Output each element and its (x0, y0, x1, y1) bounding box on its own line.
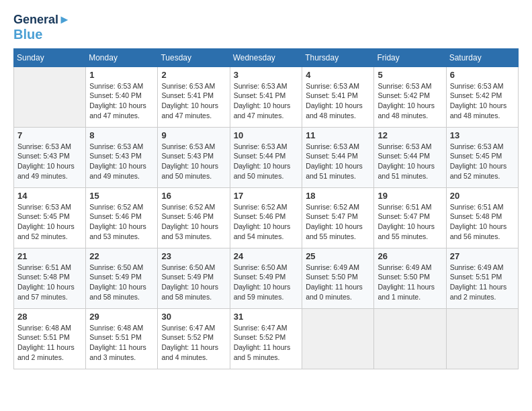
day-number: 3 (234, 70, 298, 80)
day-info: Sunrise: 6:53 AMSunset: 5:43 PMDaylight:… (17, 142, 82, 181)
day-number: 15 (89, 191, 154, 201)
day-info: Sunrise: 6:53 AMSunset: 5:44 PMDaylight:… (378, 142, 442, 181)
calendar-cell: 26Sunrise: 6:49 AMSunset: 5:50 PMDayligh… (374, 248, 446, 308)
day-info: Sunrise: 6:49 AMSunset: 5:50 PMDaylight:… (378, 263, 442, 302)
day-number: 6 (450, 70, 515, 80)
calendar-cell: 27Sunrise: 6:49 AMSunset: 5:51 PMDayligh… (446, 248, 518, 308)
day-info: Sunrise: 6:53 AMSunset: 5:41 PMDaylight:… (161, 81, 226, 121)
day-info: Sunrise: 6:51 AMSunset: 5:48 PMDaylight:… (450, 202, 515, 242)
calendar-cell: 23Sunrise: 6:50 AMSunset: 5:49 PMDayligh… (158, 248, 230, 308)
calendar-cell: 2Sunrise: 6:53 AMSunset: 5:41 PMDaylight… (158, 66, 230, 127)
day-info: Sunrise: 6:47 AMSunset: 5:52 PMDaylight:… (161, 323, 226, 363)
calendar-cell: 3Sunrise: 6:53 AMSunset: 5:41 PMDaylight… (230, 66, 302, 127)
calendar-week-row: 7Sunrise: 6:53 AMSunset: 5:43 PMDaylight… (14, 127, 519, 187)
calendar-cell (302, 308, 374, 369)
day-number: 13 (450, 130, 515, 140)
header-sunday: Sunday (14, 48, 86, 66)
day-number: 2 (161, 70, 226, 80)
day-number: 5 (378, 70, 442, 80)
calendar-cell: 6Sunrise: 6:53 AMSunset: 5:42 PMDaylight… (446, 66, 518, 127)
calendar-week-row: 21Sunrise: 6:51 AMSunset: 5:48 PMDayligh… (14, 248, 519, 308)
header-saturday: Saturday (446, 48, 518, 66)
day-info: Sunrise: 6:47 AMSunset: 5:52 PMDaylight:… (234, 323, 298, 363)
day-info: Sunrise: 6:53 AMSunset: 5:42 PMDaylight:… (450, 81, 515, 121)
day-info: Sunrise: 6:52 AMSunset: 5:46 PMDaylight:… (234, 202, 298, 242)
day-info: Sunrise: 6:52 AMSunset: 5:46 PMDaylight:… (89, 202, 154, 242)
day-info: Sunrise: 6:53 AMSunset: 5:44 PMDaylight:… (234, 142, 298, 181)
calendar-cell: 15Sunrise: 6:52 AMSunset: 5:46 PMDayligh… (86, 187, 158, 248)
day-number: 7 (17, 130, 82, 140)
day-number: 16 (161, 191, 226, 201)
day-number: 17 (234, 191, 298, 201)
day-number: 14 (17, 191, 82, 201)
day-number: 28 (17, 312, 82, 322)
day-info: Sunrise: 6:51 AMSunset: 5:48 PMDaylight:… (17, 263, 82, 302)
calendar-cell: 18Sunrise: 6:52 AMSunset: 5:47 PMDayligh… (302, 187, 374, 248)
calendar-cell: 8Sunrise: 6:53 AMSunset: 5:43 PMDaylight… (86, 127, 158, 187)
day-info: Sunrise: 6:53 AMSunset: 5:42 PMDaylight:… (378, 81, 442, 121)
calendar-cell: 19Sunrise: 6:51 AMSunset: 5:47 PMDayligh… (374, 187, 446, 248)
day-info: Sunrise: 6:53 AMSunset: 5:43 PMDaylight:… (161, 142, 226, 181)
day-number: 10 (234, 130, 298, 140)
calendar-cell: 24Sunrise: 6:50 AMSunset: 5:49 PMDayligh… (230, 248, 302, 308)
calendar-cell: 29Sunrise: 6:48 AMSunset: 5:51 PMDayligh… (86, 308, 158, 369)
calendar-cell: 28Sunrise: 6:48 AMSunset: 5:51 PMDayligh… (14, 308, 86, 369)
calendar-cell: 9Sunrise: 6:53 AMSunset: 5:43 PMDaylight… (158, 127, 230, 187)
day-info: Sunrise: 6:51 AMSunset: 5:47 PMDaylight:… (378, 202, 442, 242)
header-thursday: Thursday (302, 48, 374, 66)
day-number: 24 (234, 251, 298, 261)
calendar-cell: 14Sunrise: 6:53 AMSunset: 5:45 PMDayligh… (14, 187, 86, 248)
day-number: 1 (89, 70, 154, 80)
calendar-cell: 4Sunrise: 6:53 AMSunset: 5:41 PMDaylight… (302, 66, 374, 127)
calendar-cell: 31Sunrise: 6:47 AMSunset: 5:52 PMDayligh… (230, 308, 302, 369)
calendar-cell: 12Sunrise: 6:53 AMSunset: 5:44 PMDayligh… (374, 127, 446, 187)
day-info: Sunrise: 6:48 AMSunset: 5:51 PMDaylight:… (89, 323, 154, 363)
day-info: Sunrise: 6:49 AMSunset: 5:50 PMDaylight:… (306, 263, 370, 302)
day-info: Sunrise: 6:53 AMSunset: 5:40 PMDaylight:… (89, 81, 154, 121)
calendar-cell: 22Sunrise: 6:50 AMSunset: 5:49 PMDayligh… (86, 248, 158, 308)
day-info: Sunrise: 6:49 AMSunset: 5:51 PMDaylight:… (450, 263, 515, 302)
day-number: 18 (306, 191, 370, 201)
day-number: 30 (161, 312, 226, 322)
day-number: 21 (17, 251, 82, 261)
day-number: 12 (378, 130, 442, 140)
calendar-cell: 16Sunrise: 6:52 AMSunset: 5:46 PMDayligh… (158, 187, 230, 248)
logo: General► Blue (13, 13, 71, 42)
calendar-cell: 10Sunrise: 6:53 AMSunset: 5:44 PMDayligh… (230, 127, 302, 187)
header-monday: Monday (86, 48, 158, 66)
calendar-cell: 7Sunrise: 6:53 AMSunset: 5:43 PMDaylight… (14, 127, 86, 187)
calendar-cell: 30Sunrise: 6:47 AMSunset: 5:52 PMDayligh… (158, 308, 230, 369)
header-friday: Friday (374, 48, 446, 66)
day-info: Sunrise: 6:53 AMSunset: 5:43 PMDaylight:… (89, 142, 154, 181)
calendar-cell: 17Sunrise: 6:52 AMSunset: 5:46 PMDayligh… (230, 187, 302, 248)
page-header: General► Blue (13, 13, 519, 42)
day-info: Sunrise: 6:53 AMSunset: 5:45 PMDaylight:… (17, 202, 82, 242)
day-info: Sunrise: 6:53 AMSunset: 5:44 PMDaylight:… (306, 142, 370, 181)
calendar-week-row: 14Sunrise: 6:53 AMSunset: 5:45 PMDayligh… (14, 187, 519, 248)
calendar-header-row: Sunday Monday Tuesday Wednesday Thursday… (14, 48, 519, 66)
day-number: 29 (89, 312, 154, 322)
day-number: 26 (378, 251, 442, 261)
day-info: Sunrise: 6:48 AMSunset: 5:51 PMDaylight:… (17, 323, 82, 363)
logo-text: General► (13, 13, 71, 27)
calendar-week-row: 28Sunrise: 6:48 AMSunset: 5:51 PMDayligh… (14, 308, 519, 369)
calendar-cell: 13Sunrise: 6:53 AMSunset: 5:45 PMDayligh… (446, 127, 518, 187)
day-info: Sunrise: 6:50 AMSunset: 5:49 PMDaylight:… (161, 263, 226, 302)
day-number: 8 (89, 130, 154, 140)
calendar-cell: 20Sunrise: 6:51 AMSunset: 5:48 PMDayligh… (446, 187, 518, 248)
calendar-cell: 21Sunrise: 6:51 AMSunset: 5:48 PMDayligh… (14, 248, 86, 308)
calendar-cell: 1Sunrise: 6:53 AMSunset: 5:40 PMDaylight… (86, 66, 158, 127)
calendar-cell: 5Sunrise: 6:53 AMSunset: 5:42 PMDaylight… (374, 66, 446, 127)
day-number: 31 (234, 312, 298, 322)
header-tuesday: Tuesday (158, 48, 230, 66)
day-info: Sunrise: 6:53 AMSunset: 5:45 PMDaylight:… (450, 142, 515, 181)
day-info: Sunrise: 6:52 AMSunset: 5:46 PMDaylight:… (161, 202, 226, 242)
calendar-week-row: 1Sunrise: 6:53 AMSunset: 5:40 PMDaylight… (14, 66, 519, 127)
day-info: Sunrise: 6:50 AMSunset: 5:49 PMDaylight:… (234, 263, 298, 302)
calendar-cell (374, 308, 446, 369)
day-number: 9 (161, 130, 226, 140)
day-number: 27 (450, 251, 515, 261)
day-number: 20 (450, 191, 515, 201)
day-info: Sunrise: 6:52 AMSunset: 5:47 PMDaylight:… (306, 202, 370, 242)
calendar-cell (14, 66, 86, 127)
